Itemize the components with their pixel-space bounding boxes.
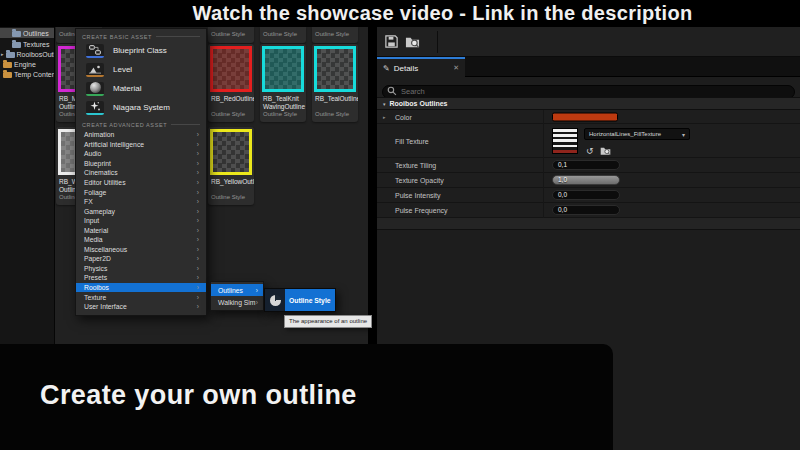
material-icon [86, 82, 104, 96]
menu-item-rooibos[interactable]: Rooibos› [76, 283, 206, 293]
menu-item-presets[interactable]: Presets› [76, 273, 206, 283]
menu-item-niagara-system[interactable]: Niagara System [76, 98, 206, 117]
sidebar-item-outlines[interactable]: Outlines [0, 28, 54, 38]
blueprint-class-icon [86, 44, 104, 58]
close-icon[interactable]: ✕ [453, 64, 459, 72]
menu-item-media[interactable]: Media› [76, 235, 206, 245]
menu-item-physics[interactable]: Physics› [76, 264, 206, 274]
menu-item-fx[interactable]: FX› [76, 197, 206, 207]
sidebar-item-engine[interactable]: Engine [0, 59, 54, 69]
folder-icon [3, 72, 12, 78]
expander-icon[interactable]: ▸ [1, 51, 4, 57]
chevron-down-icon: ▾ [682, 131, 685, 138]
menu-item-audio[interactable]: Audio› [76, 149, 206, 159]
tab-label: Details [394, 64, 418, 73]
top-banner: Watch the showcase video - Link in the d… [0, 0, 800, 27]
level-icon [86, 63, 104, 77]
menu-item-animation[interactable]: Animation› [76, 130, 206, 140]
outline-style-icon [265, 289, 285, 311]
asset-tile-partial[interactable]: Outline Style [208, 27, 254, 43]
folder-icon [6, 52, 15, 58]
save-icon[interactable] [384, 34, 400, 50]
asset-thumbnail [210, 46, 252, 92]
folder-icon [12, 42, 21, 48]
tab-details[interactable]: ✎ Details ✕ [377, 57, 465, 77]
texture-tiling-field[interactable]: 0,1 [552, 160, 620, 170]
screenshot-root: Watch the showcase video - Link in the d… [0, 0, 800, 450]
sidebar-item-rooibosoutl[interactable]: ▸ RooibosOutl [0, 49, 54, 59]
tooltip: The appearance of an outline [284, 315, 372, 328]
asset-tile-red-outline[interactable]: RB_RedOutline Outline Style [208, 44, 254, 122]
property-row-texture-opacity: Texture Opacity 1,0 [377, 173, 800, 188]
details-toolbar [377, 27, 800, 57]
asset-tile-tealknit-outline[interactable]: RB_TealKnitWavingOutline Outline Style [260, 44, 306, 122]
advanced-asset-list: Animation› Artificial Intelligence› Audi… [76, 130, 206, 311]
property-row-pulse-intensity: Pulse Intensity 0,0 [377, 188, 800, 203]
details-search-row [377, 77, 800, 97]
texture-asset-color-bar [553, 150, 577, 153]
asset-thumbnail [210, 129, 252, 175]
menu-header-advanced: CREATE ADVANCED ASSET [76, 120, 206, 129]
folder-icon [3, 62, 12, 68]
section-rooibos-outlines[interactable]: ▾ Rooibos Outlines [377, 97, 800, 110]
asset-tile-yellow-outline[interactable]: RB_YellowOutline Outline Style [208, 127, 254, 205]
top-banner-text: Watch the showcase video - Link in the d… [193, 2, 693, 24]
menu-item-foliage[interactable]: Foliage› [76, 187, 206, 197]
folder-icon [12, 31, 21, 37]
sidebar-item-textures[interactable]: Textures [0, 39, 54, 49]
menu-item-input[interactable]: Input› [76, 216, 206, 226]
browse-to-asset-icon[interactable] [405, 34, 421, 50]
menu-item-artificial-intelligence[interactable]: Artificial Intelligence› [76, 140, 206, 150]
asset-tile-partial[interactable]: Outline Style [260, 27, 306, 43]
expander-icon[interactable]: ▸ [383, 114, 386, 120]
property-row-texture-tiling: Texture Tiling 0,1 [377, 158, 800, 173]
outline-style-menu-item[interactable]: Outline Style [264, 288, 336, 312]
texture-opacity-slider[interactable]: 1,0 [552, 175, 620, 185]
menu-item-miscellaneous[interactable]: Miscellaneous› [76, 245, 206, 255]
menu-item-blueprint-class[interactable]: Blueprint Class [76, 41, 206, 60]
menu-header-basic: CREATE BASIC ASSET [76, 32, 206, 41]
create-asset-menu: CREATE BASIC ASSET Blueprint Class Level… [75, 28, 207, 316]
menu-item-material[interactable]: Material [76, 79, 206, 98]
property-row-color: ▸ Color [377, 110, 800, 124]
asset-tile-partial[interactable]: Outline Style [312, 27, 358, 43]
menu-item-gameplay[interactable]: Gameplay› [76, 206, 206, 216]
pulse-intensity-field[interactable]: 0,0 [552, 190, 620, 200]
menu-item-texture[interactable]: Texture› [76, 292, 206, 302]
chevron-down-icon: ▾ [383, 101, 386, 107]
menu-item-cinematics[interactable]: Cinematics› [76, 168, 206, 178]
asset-tile-teal-outline[interactable]: RB_TealOutline Outline Style [312, 44, 358, 122]
texture-thumbnail[interactable] [552, 128, 578, 154]
column-splitter[interactable] [543, 110, 544, 218]
color-swatch[interactable] [552, 112, 618, 121]
rooibos-submenu: Outlines› Walking Sim› [210, 281, 264, 311]
category-end-spacer [377, 218, 800, 230]
bottom-banner-text: Create your own outline [40, 380, 357, 410]
niagara-system-icon [86, 101, 104, 115]
menu-item-user-interface[interactable]: User Interface› [76, 302, 206, 312]
menu-item-material-adv[interactable]: Material› [76, 225, 206, 235]
fill-texture-dropdown[interactable]: HorizontalLines_FillTexture ▾ [584, 128, 690, 140]
bottom-banner: Create your own outline [0, 344, 613, 450]
folder-tree: Outlines Textures ▸ RooibosOutl Engine T… [0, 27, 55, 345]
asset-thumbnail [262, 46, 304, 92]
details-tab-bar: ✎ Details ✕ [377, 57, 800, 77]
toolbar-separator [437, 31, 438, 53]
submenu-item-outlines[interactable]: Outlines› [211, 284, 263, 296]
menu-item-level[interactable]: Level [76, 60, 206, 79]
submenu-item-walking-sim[interactable]: Walking Sim› [211, 296, 263, 308]
menu-item-editor-utilities[interactable]: Editor Utilities› [76, 178, 206, 188]
property-row-fill-texture: Fill Texture HorizontalLines_FillTexture… [377, 124, 800, 158]
pencil-icon: ✎ [383, 64, 390, 73]
property-row-pulse-frequency: Pulse Frequency 0,0 [377, 203, 800, 218]
menu-item-blueprint[interactable]: Blueprint› [76, 159, 206, 169]
pulse-frequency-field[interactable]: 0,0 [552, 205, 620, 215]
asset-thumbnail [314, 46, 356, 92]
menu-item-paper2d[interactable]: Paper2D› [76, 254, 206, 264]
use-selected-asset-icon[interactable]: ↺ [586, 146, 594, 156]
sidebar-item-temp-content[interactable]: Temp Content [0, 69, 54, 79]
